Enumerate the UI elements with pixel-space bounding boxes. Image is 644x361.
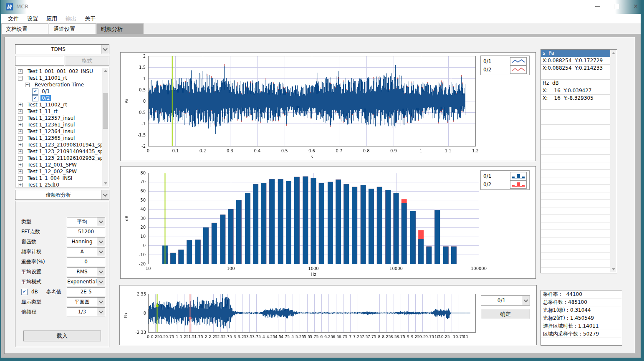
tree-item[interactable]: +Test 1_11_rt — [15, 108, 102, 115]
readout-row[interactable] — [541, 147, 610, 155]
setting-select[interactable]: A — [67, 247, 105, 256]
readout-row[interactable] — [541, 207, 610, 215]
readout-row[interactable] — [541, 268, 610, 273]
tree-item[interactable]: −Reverberation Time — [15, 81, 102, 88]
readout-row[interactable] — [541, 245, 610, 252]
tree-item[interactable]: +Test 1_123_210914094435_spw — [15, 148, 102, 155]
readout-row[interactable]: X: 16 Y:0.039427 — [541, 87, 610, 95]
confirm-button[interactable]: 确定 — [481, 309, 530, 319]
chevron-down-icon[interactable] — [522, 296, 530, 305]
readout-row[interactable] — [541, 230, 610, 237]
tab[interactable]: 通道设置 — [49, 23, 96, 34]
menu-item[interactable]: 输出 — [61, 15, 81, 23]
setting-input[interactable]: 2E-5 — [67, 287, 105, 296]
tree-expander-icon[interactable]: + — [18, 109, 23, 114]
tree-expander-icon[interactable]: + — [18, 136, 23, 141]
tree-item[interactable]: +Test 1_123_211026102932_spw — [15, 155, 102, 162]
setting-select[interactable]: Hanning — [67, 237, 105, 246]
readout-row[interactable] — [541, 117, 610, 125]
format-button[interactable]: 格式 — [65, 56, 109, 66]
tree-item[interactable]: ✔0/2 — [15, 95, 102, 101]
readout-row[interactable] — [541, 162, 610, 170]
minimize-button[interactable] — [591, 0, 605, 13]
readout-row[interactable] — [541, 125, 610, 132]
chevron-down-icon[interactable] — [101, 190, 109, 199]
spectrum-chart[interactable] — [121, 167, 535, 278]
scrollbar-down-icon[interactable] — [102, 180, 109, 187]
chevron-down-icon[interactable] — [97, 268, 105, 276]
scrollbar-up-icon[interactable] — [102, 68, 109, 74]
tree-scrollbar[interactable] — [102, 68, 109, 187]
readout-row[interactable] — [541, 155, 610, 162]
close-button[interactable]: ✕ — [629, 0, 643, 13]
channel-select[interactable]: 0/1 — [481, 295, 530, 305]
menu-item[interactable]: 关于 — [81, 15, 100, 23]
readout-row[interactable] — [541, 177, 610, 185]
tab[interactable]: 时频分析 — [96, 23, 144, 34]
tree-expander-icon[interactable]: + — [18, 103, 23, 107]
maximize-button[interactable] — [609, 0, 624, 13]
legend-item[interactable]: 0/1 — [483, 172, 527, 180]
chevron-down-icon[interactable] — [97, 247, 105, 256]
menu-item[interactable]: 设置 — [23, 15, 42, 23]
tree-item[interactable]: +Test 1_12_001_SPW — [15, 162, 102, 168]
readout-row[interactable] — [541, 72, 610, 80]
tree-item[interactable]: −Test 1_11001_rt — [15, 75, 102, 81]
tree-item[interactable]: ✔0/1 — [15, 88, 102, 95]
tree-expander-icon[interactable]: + — [18, 123, 23, 127]
legend-item[interactable]: 0/1 — [483, 57, 527, 66]
tree-expander-icon[interactable]: + — [18, 143, 23, 147]
format-type-select[interactable]: TDMS — [15, 44, 109, 54]
readout-row[interactable]: X:0.088254 Y:0.214233 — [541, 65, 610, 72]
setting-input[interactable]: 51200 — [67, 227, 105, 236]
tree-item[interactable]: +Test 1_12361_insul — [15, 121, 102, 128]
menu-item[interactable]: 文件 — [4, 15, 23, 23]
setting-select[interactable]: Exponential — [67, 277, 105, 286]
setting-select[interactable]: 平面图 — [67, 297, 105, 306]
readout-row[interactable]: X: 16 Y:-8.329305 — [541, 95, 610, 102]
tree-expander-icon[interactable]: + — [18, 156, 23, 161]
tree-item[interactable]: +Test 1_25度0 — [15, 182, 102, 187]
setting-select[interactable]: RMS — [67, 267, 105, 276]
tree-expander-icon[interactable]: + — [18, 176, 23, 181]
readout-row[interactable] — [541, 222, 610, 230]
tree-expander-icon[interactable]: + — [18, 183, 23, 187]
readout-row[interactable] — [541, 192, 610, 200]
scrollbar-down-icon[interactable] — [610, 266, 616, 273]
readout-row[interactable] — [541, 252, 610, 260]
tree-item[interactable]: +Test 1_12357_insul — [15, 115, 102, 121]
readout-row[interactable] — [541, 102, 610, 110]
tree-item[interactable]: +Test 1_12364_insul — [15, 128, 102, 135]
tree-item[interactable]: +Test 1_123_210908101941_spw — [15, 141, 102, 148]
legend-item[interactable]: 0/2 — [483, 66, 527, 74]
menu-item[interactable]: 应用 — [42, 15, 61, 23]
readout-scrollbar[interactable] — [610, 50, 616, 273]
db-checkbox[interactable]: ✔ — [21, 289, 28, 295]
readout-row[interactable] — [541, 170, 610, 177]
scrollbar-thumb[interactable] — [103, 93, 108, 129]
readout-row[interactable]: Hz dB — [541, 80, 610, 87]
readout-row[interactable] — [541, 185, 610, 192]
readout-row[interactable] — [541, 132, 610, 140]
analysis-type-select[interactable]: 倍频程分析 — [15, 190, 109, 200]
tree-item[interactable]: +Test 1_12_002_SPW — [15, 168, 102, 175]
legend-item[interactable]: 0/2 — [483, 180, 527, 189]
scrollbar-up-icon[interactable] — [610, 50, 616, 56]
time-waveform-chart[interactable] — [121, 53, 535, 161]
tree-item[interactable]: +Test 1_12365_insul — [15, 135, 102, 141]
readout-row[interactable] — [541, 110, 610, 117]
chevron-down-icon[interactable] — [97, 217, 105, 226]
filter-input[interactable] — [15, 56, 64, 66]
tree-expander-icon[interactable]: + — [18, 129, 23, 134]
tree-expander-icon[interactable]: + — [18, 149, 23, 154]
chevron-down-icon[interactable] — [97, 237, 105, 246]
tree-expander-icon[interactable]: + — [18, 69, 23, 74]
tree-expander-icon[interactable]: + — [18, 169, 23, 174]
tree-item[interactable]: +Test 1_1_004_INSI — [15, 175, 102, 182]
chevron-down-icon[interactable] — [97, 278, 105, 286]
load-button[interactable]: 载入 — [23, 331, 101, 341]
setting-input[interactable]: 0 — [67, 257, 105, 266]
tab[interactable]: 文档设置 — [1, 23, 48, 34]
record-waveform-chart[interactable] — [120, 285, 536, 345]
tree-expander-icon[interactable]: − — [18, 76, 23, 81]
